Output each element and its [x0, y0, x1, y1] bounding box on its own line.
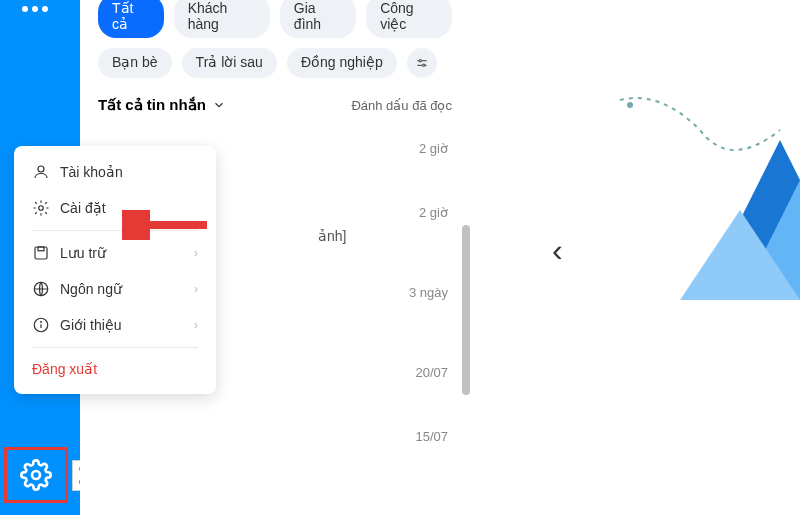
welcome-illustration — [600, 80, 800, 310]
chevron-right-icon: › — [194, 318, 198, 332]
svg-rect-7 — [35, 247, 47, 259]
message-row[interactable]: 15/07 — [98, 412, 452, 460]
chevron-down-icon — [212, 98, 226, 112]
save-icon — [32, 244, 50, 262]
globe-icon — [32, 280, 50, 298]
filter-title: Tất cả tin nhắn — [98, 96, 206, 114]
message-time: 20/07 — [415, 365, 448, 380]
gear-icon — [32, 199, 50, 217]
menu-label: Ngôn ngữ — [60, 281, 122, 297]
menu-label: Cài đặt — [60, 200, 106, 216]
svg-point-0 — [32, 471, 40, 479]
message-time: 2 giờ — [419, 141, 448, 156]
gear-icon — [20, 459, 52, 491]
svg-point-4 — [422, 64, 424, 66]
message-time: 15/07 — [415, 429, 448, 444]
filter-chip-customer[interactable]: Khách hàng — [174, 0, 270, 38]
filter-chip-work[interactable]: Công việc — [366, 0, 452, 38]
filter-chip-colleague[interactable]: Đồng nghiệp — [287, 48, 397, 78]
filter-settings-icon[interactable] — [407, 48, 437, 78]
menu-storage[interactable]: Lưu trữ › — [14, 235, 216, 271]
svg-point-3 — [419, 60, 421, 62]
partial-message-text: ảnh] — [318, 228, 346, 244]
svg-point-5 — [38, 166, 44, 172]
chevron-right-icon: › — [194, 246, 198, 260]
settings-gear-highlight[interactable] — [4, 447, 68, 503]
menu-divider — [32, 347, 198, 348]
menu-label: Giới thiệu — [60, 317, 122, 333]
filter-chip-reply-later[interactable]: Trả lời sau — [182, 48, 277, 78]
svg-point-6 — [39, 206, 44, 211]
chevron-right-icon: › — [194, 282, 198, 296]
menu-label: Đăng xuất — [32, 361, 97, 377]
menu-label: Lưu trữ — [60, 245, 106, 261]
message-time: 2 giờ — [419, 205, 448, 220]
filter-chip-all[interactable]: Tất cả — [98, 0, 164, 38]
menu-logout[interactable]: Đăng xuất — [14, 352, 216, 386]
message-time: 3 ngày — [409, 285, 448, 300]
svg-rect-8 — [38, 247, 44, 251]
menu-language[interactable]: Ngôn ngữ › — [14, 271, 216, 307]
settings-context-menu: Tài khoản Cài đặt Lưu trữ › Ngôn ngữ › G… — [14, 146, 216, 394]
menu-label: Tài khoản — [60, 164, 123, 180]
info-icon — [32, 316, 50, 334]
scrollbar-vertical[interactable] — [462, 225, 470, 395]
message-filter-dropdown[interactable]: Tất cả tin nhắn — [98, 96, 226, 114]
mark-all-read[interactable]: Đánh dấu đã đọc — [351, 98, 452, 113]
annotation-arrow — [122, 210, 212, 240]
carousel-prev[interactable]: ‹ — [552, 232, 563, 269]
svg-point-15 — [627, 102, 633, 108]
user-icon — [32, 163, 50, 181]
filter-chip-family[interactable]: Gia đình — [280, 0, 356, 38]
right-panel: ‹ — [470, 0, 800, 515]
menu-account[interactable]: Tài khoản — [14, 154, 216, 190]
svg-point-12 — [41, 322, 42, 323]
filter-chip-friends[interactable]: Bạn bè — [98, 48, 172, 78]
menu-about[interactable]: Giới thiệu › — [14, 307, 216, 343]
more-icon[interactable] — [22, 6, 48, 12]
